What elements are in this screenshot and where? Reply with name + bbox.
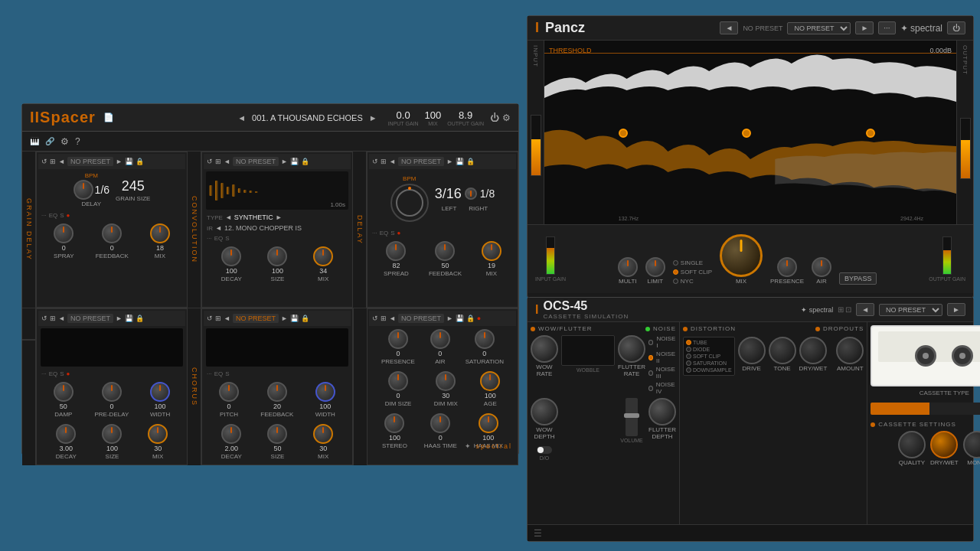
wrench-icon[interactable]: ⚙	[60, 136, 69, 147]
feedback-knob-3[interactable]	[435, 241, 455, 261]
softclip-option[interactable]: SOFT CLIP	[673, 269, 712, 276]
save-icon-2[interactable]: 💾	[290, 158, 299, 165]
prev-preset-btn[interactable]: ◄	[234, 112, 249, 124]
left-time-knob[interactable]	[465, 187, 477, 200]
control-point-1[interactable]	[619, 129, 628, 138]
reset-icon[interactable]: ↺	[41, 158, 47, 165]
noise-3-option[interactable]: NOISE III	[648, 366, 676, 380]
tone-knob[interactable]	[769, 337, 796, 364]
next-btn-ocs[interactable]: ►	[947, 303, 965, 316]
copy-icon-3[interactable]: ⊞	[381, 158, 387, 165]
convolution-tab[interactable]: CONVOLUTION	[188, 152, 201, 308]
cfeedback-knob[interactable]	[267, 382, 287, 402]
do-toggle[interactable]	[537, 446, 552, 454]
haas-time-knob[interactable]	[430, 413, 450, 433]
diode-option[interactable]: DIODE	[686, 347, 732, 352]
reset-icon-2[interactable]: ↺	[207, 158, 213, 165]
mix-knob-1[interactable]	[150, 223, 170, 243]
spread-knob[interactable]	[386, 241, 406, 261]
cassette-type-bar[interactable]	[871, 403, 980, 415]
limit-knob[interactable]	[645, 257, 665, 277]
next-icon-2[interactable]: ►	[281, 158, 288, 165]
rsize-knob[interactable]	[102, 424, 122, 444]
help-icon[interactable]: ?	[75, 136, 80, 147]
lock-icon-3[interactable]: 🔒	[466, 158, 475, 165]
save-icon-3[interactable]: 💾	[456, 158, 464, 165]
feedback-knob-1[interactable]	[102, 223, 122, 243]
lock-icon-4[interactable]: 🔒	[136, 315, 144, 322]
bypass-btn[interactable]: BYPASS	[839, 272, 877, 285]
power-btn-pancz[interactable]: ⏻	[947, 21, 965, 34]
next-btn-pancz[interactable]: ►	[855, 21, 874, 34]
next-icon-5[interactable]: ►	[281, 315, 288, 322]
prev-icon-5[interactable]: ◄	[224, 315, 230, 322]
copy-icon-2[interactable]: ⊞	[215, 158, 221, 165]
options-btn-pancz[interactable]: ···	[878, 21, 895, 34]
presence-knob-pancz[interactable]	[777, 257, 797, 277]
multi-knob[interactable]	[618, 257, 638, 277]
quality-knob[interactable]	[898, 431, 926, 458]
age-knob[interactable]	[480, 371, 500, 391]
cmix-knob[interactable]	[313, 424, 333, 444]
cdecay-knob[interactable]	[221, 424, 241, 444]
power-icon[interactable]: ⏻	[490, 112, 499, 123]
reset-icon-6[interactable]: ↺	[372, 315, 378, 322]
wow-rate-knob[interactable]	[531, 335, 558, 363]
drive-knob[interactable]	[738, 337, 766, 364]
air-knob-pancz[interactable]	[812, 257, 831, 277]
copy-icon[interactable]: ⊞	[50, 158, 56, 165]
prev-btn-ocs[interactable]: ◄	[856, 303, 874, 316]
lock-icon-5[interactable]: 🔒	[301, 315, 309, 322]
single-option[interactable]: SINGLE	[673, 259, 712, 266]
menu-icon-ocs[interactable]: ☰	[534, 528, 542, 539]
csize-knob[interactable]	[267, 424, 287, 444]
reset-icon-4[interactable]: ↺	[41, 315, 47, 322]
saturation-knob[interactable]	[475, 329, 495, 349]
noise-2-option[interactable]: NOISE II	[648, 350, 676, 364]
save-icon-6[interactable]: 💾	[456, 315, 464, 322]
dim-size-knob[interactable]	[388, 371, 408, 391]
lock-icon-2[interactable]: 🔒	[301, 158, 309, 165]
saturation-option[interactable]: SATURATION	[686, 360, 732, 366]
noise-1-option[interactable]: NOISE I	[648, 335, 676, 349]
prev-icon-2[interactable]: ◄	[224, 158, 230, 165]
dist-drywet-knob[interactable]	[799, 337, 827, 364]
control-point-3[interactable]	[866, 129, 875, 138]
prev-icon-3[interactable]: ◄	[389, 158, 396, 165]
rmix-knob[interactable]	[148, 424, 168, 444]
nyc-option[interactable]: NYC	[673, 278, 712, 285]
ir-prev-btn[interactable]: ◄	[215, 224, 222, 232]
haas-mix-knob[interactable]	[479, 413, 498, 433]
prev-btn-pancz[interactable]: ◄	[720, 21, 738, 34]
save-icon-5[interactable]: 💾	[290, 315, 299, 322]
copy-icon-6[interactable]: ⊞	[381, 315, 387, 322]
link-icon[interactable]: 🔗	[45, 137, 54, 145]
reset-icon-3[interactable]: ↺	[372, 158, 378, 165]
tube-option[interactable]: TUBE	[686, 340, 732, 345]
air-knob[interactable]	[430, 329, 450, 349]
type-next-btn[interactable]: ►	[276, 214, 283, 221]
prev-icon-6[interactable]: ◄	[389, 315, 396, 322]
lock-icon[interactable]: 🔒	[136, 158, 144, 165]
pre-delay-knob[interactable]	[102, 382, 122, 402]
wow-depth-knob[interactable]	[531, 398, 558, 425]
decay-knob-2[interactable]	[221, 246, 241, 266]
mix-knob-2[interactable]	[313, 246, 333, 266]
flutter-depth-knob[interactable]	[648, 398, 676, 425]
prev-icon[interactable]: ◄	[58, 158, 65, 165]
cs-drywet-knob[interactable]	[930, 431, 958, 458]
mix-knob-pancz[interactable]	[720, 234, 763, 277]
copy-icon-4[interactable]: ⊞	[50, 315, 56, 322]
next-icon-6[interactable]: ►	[446, 315, 453, 322]
downsample-option[interactable]: DOWNSAMPLE	[686, 367, 732, 373]
width-knob[interactable]	[150, 382, 170, 402]
cwidth-knob[interactable]	[315, 382, 335, 402]
preset-dropdown-pancz[interactable]: NO PRESET	[787, 22, 851, 34]
next-icon-4[interactable]: ►	[116, 315, 122, 322]
damp-knob[interactable]	[54, 382, 74, 402]
copy-icon-5[interactable]: ⊞	[215, 315, 221, 322]
delay-tab[interactable]: DELAY	[353, 152, 367, 308]
midi-icon[interactable]: 🎹	[30, 137, 39, 145]
mix-knob-3[interactable]	[482, 241, 501, 261]
presence-knob[interactable]	[388, 329, 408, 349]
